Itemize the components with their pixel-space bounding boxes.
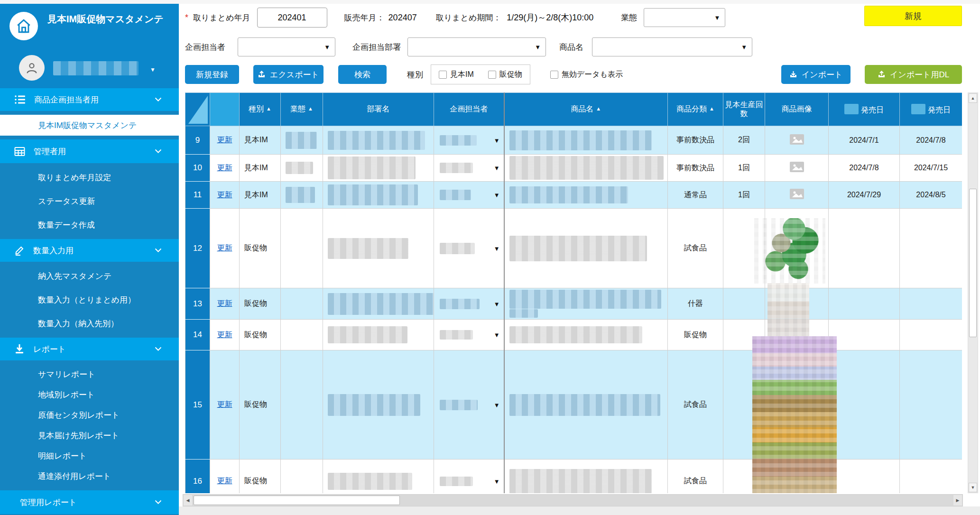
chevron-down-icon xyxy=(155,248,162,253)
table-header-row: 種別▲ 業態▲ 部署名 企画担当者 商品名▲ 商品分類▲ 見本生産回数 商品画像… xyxy=(185,93,962,126)
user-menu-caret-icon[interactable]: ▼ xyxy=(150,66,156,73)
sidebar-item-quantity-by-delivery[interactable]: 数量入力（納入先別） xyxy=(0,312,179,335)
sidebar-item-master-maintenance[interactable]: 見本IM販促物マスタメンテ xyxy=(0,115,179,136)
caret-down-icon: ▼ xyxy=(741,44,747,51)
type-cell: 販促物 xyxy=(240,209,281,288)
redacted-prefix xyxy=(911,104,925,114)
planner-cell[interactable]: ▼ xyxy=(434,460,504,494)
planner-cell[interactable]: ▼ xyxy=(434,320,504,350)
update-link[interactable]: 更新 xyxy=(217,477,232,485)
sidebar-item-regional-report[interactable]: 地域別レポート xyxy=(0,385,179,405)
planner-cell[interactable]: ▼ xyxy=(434,182,504,209)
scroll-right-icon[interactable]: ▶ xyxy=(953,495,962,506)
sidebar-item-quantity-data[interactable]: 数量データ作成 xyxy=(0,213,179,237)
image-cell[interactable] xyxy=(765,182,829,209)
avatar[interactable] xyxy=(19,55,45,81)
import-button[interactable]: インポート xyxy=(781,65,851,84)
vertical-scroll-thumb[interactable] xyxy=(969,189,977,337)
search-button[interactable]: 検索 xyxy=(338,65,387,84)
update-link[interactable]: 更新 xyxy=(217,331,232,339)
planner-cell[interactable]: ▼ xyxy=(434,155,504,182)
gyotai-cell xyxy=(281,350,323,460)
sidebar-section-product-planning[interactable]: 商品企画担当者用 xyxy=(0,88,179,111)
release-date-cell: 2024/7/8 xyxy=(829,155,900,182)
show-invalid-option[interactable]: 無効データも表示 xyxy=(550,70,623,80)
new-button[interactable]: 新規 xyxy=(864,6,962,26)
sidebar-item-delivery-master[interactable]: 納入先マスタメンテ xyxy=(0,264,179,288)
update-link[interactable]: 更新 xyxy=(217,244,232,252)
sidebar-section-quantity-input[interactable]: 数量入力用 xyxy=(0,239,179,262)
checkbox-promo[interactable] xyxy=(488,71,496,79)
period-input[interactable] xyxy=(257,8,327,28)
row-number: 15 xyxy=(185,350,210,460)
table-row: 10 更新 見本IM ▼ 事前数決品 1回 2024/7/8 2024/7/15 xyxy=(185,155,962,182)
product-name-label: 商品名 xyxy=(559,42,583,53)
planner-cell[interactable]: ▼ xyxy=(434,288,504,320)
sidebar-item-status-update[interactable]: ステータス更新 xyxy=(0,189,179,213)
col-header-product[interactable]: 商品名▲ xyxy=(504,93,668,126)
sidebar-item-summary-report[interactable]: サマリレポート xyxy=(0,364,179,385)
sidebar-section-report[interactable]: レポート xyxy=(0,338,179,360)
sidebar-item-notice-attachment-report[interactable]: 通達添付用レポート xyxy=(0,466,179,487)
sidebar-section-admin-report[interactable]: 管理用レポート xyxy=(0,490,179,514)
planner-cell[interactable]: ▼ xyxy=(434,126,504,155)
planner-cell[interactable]: ▼ xyxy=(434,209,504,288)
scroll-down-icon[interactable]: ▼ xyxy=(969,483,977,492)
image-cell[interactable] xyxy=(765,155,829,182)
product-dropdown[interactable]: ▼ xyxy=(592,37,752,56)
corner-sort-cell[interactable] xyxy=(185,93,210,126)
col-header-planner[interactable]: 企画担当者 xyxy=(434,93,504,126)
col-header-gyotai[interactable]: 業態▲ xyxy=(281,93,323,126)
planner-cell[interactable]: ▼ xyxy=(434,350,504,460)
planner-label: 企画担当者 xyxy=(185,42,225,53)
dept-cell xyxy=(323,288,434,320)
category-cell: 事前数決品 xyxy=(668,155,723,182)
register-button[interactable]: 新規登録 xyxy=(185,65,239,84)
list-icon xyxy=(14,94,26,105)
type-sample-option[interactable]: 見本IM xyxy=(439,70,474,80)
release-date-cell xyxy=(829,288,900,320)
col-header-image[interactable]: 商品画像 xyxy=(765,93,829,126)
horizontal-scrollbar[interactable]: ◀ ▶ xyxy=(183,494,963,506)
export-button[interactable]: エクスポート xyxy=(253,65,324,84)
update-link[interactable]: 更新 xyxy=(217,136,232,144)
planner-dropdown[interactable]: ▼ xyxy=(238,37,335,56)
checkbox-sample-im[interactable] xyxy=(439,71,447,79)
update-cell: 更新 xyxy=(210,350,240,460)
scroll-left-icon[interactable]: ◀ xyxy=(184,495,192,506)
sidebar-item-detail-report[interactable]: 明細レポート xyxy=(0,446,179,466)
col-header-count[interactable]: 見本生産回数 xyxy=(723,93,765,126)
redacted-prefix xyxy=(844,104,859,114)
section-label: 管理用レポート xyxy=(20,497,77,508)
update-link[interactable]: 更新 xyxy=(217,400,232,408)
col-header-release2[interactable]: 発売日 xyxy=(900,93,962,126)
col-header-category[interactable]: 商品分類▲ xyxy=(668,93,723,126)
home-button[interactable] xyxy=(9,12,38,40)
scroll-up-icon[interactable]: ▲ xyxy=(969,93,977,103)
image-cell[interactable] xyxy=(765,126,829,155)
sort-asc-icon: ▲ xyxy=(308,106,313,111)
col-header-dept[interactable]: 部署名 xyxy=(323,93,434,126)
import-dl-button[interactable]: インポート用DL xyxy=(865,65,962,84)
gyotai-dropdown[interactable]: ▼ xyxy=(644,8,725,27)
update-link[interactable]: 更新 xyxy=(217,164,232,172)
type-promo-option[interactable]: 販促物 xyxy=(488,70,522,80)
vertical-scrollbar[interactable]: ▲ ▼ xyxy=(968,92,978,493)
sidebar-submenu: 見本IM販促物マスタメンテ xyxy=(0,111,179,139)
col-header-type[interactable]: 種別▲ xyxy=(240,93,281,126)
sidebar-section-admin[interactable]: 管理者用 xyxy=(0,139,179,163)
horizontal-scroll-thumb[interactable] xyxy=(194,496,400,505)
home-icon xyxy=(16,18,32,34)
col-header-release1[interactable]: 発売日 xyxy=(829,93,900,126)
image-placeholder-icon xyxy=(790,134,804,145)
sidebar-item-sample-destination-report[interactable]: 見本届け先別レポート xyxy=(0,425,179,446)
dept-dropdown[interactable]: ▼ xyxy=(407,37,546,56)
update-link[interactable]: 更新 xyxy=(217,299,232,307)
dept-cell xyxy=(323,460,434,494)
sidebar-item-cost-center-report[interactable]: 原価センタ別レポート xyxy=(0,405,179,425)
sidebar-item-period-setting[interactable]: 取りまとめ年月設定 xyxy=(0,166,179,189)
checkbox-show-invalid[interactable] xyxy=(550,71,558,79)
sidebar-item-quantity-summary[interactable]: 数量入力（とりまとめ用） xyxy=(0,288,179,312)
update-link[interactable]: 更新 xyxy=(217,191,232,199)
period-label: 取りまとめ年月 xyxy=(193,12,250,23)
